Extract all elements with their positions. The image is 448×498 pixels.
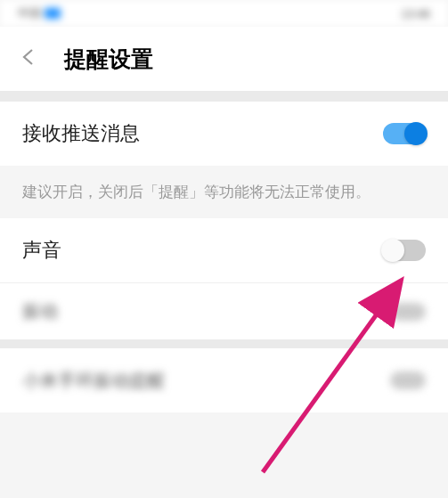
section-divider <box>0 91 448 102</box>
push-notifications-toggle[interactable] <box>383 123 426 144</box>
status-bar: 中国 13:46 <box>0 0 448 27</box>
toggle-knob <box>381 239 404 262</box>
push-notifications-label: 接收推送消息 <box>22 120 140 147</box>
time-text: 13:46 <box>401 7 430 20</box>
page-title: 提醒设置 <box>64 45 153 74</box>
status-left: 中国 <box>18 5 61 21</box>
blurred-setting-row: 小米手环振动提醒 <box>0 348 448 412</box>
carrier-text: 中国 <box>18 5 41 21</box>
signal-icon <box>45 8 61 19</box>
blurred-setting-label: 小米手环振动提醒 <box>22 369 165 393</box>
back-icon[interactable] <box>18 46 39 72</box>
sound-toggle[interactable] <box>383 240 426 261</box>
vibration-label: 振动 <box>22 299 58 323</box>
vibration-toggle[interactable] <box>390 303 426 321</box>
sound-row: 声音 <box>0 218 448 282</box>
vibration-row: 振动 <box>0 282 448 339</box>
push-notifications-row: 接收推送消息 <box>0 102 448 166</box>
header: 提醒设置 <box>0 27 448 91</box>
status-right: 13:46 <box>401 7 430 20</box>
blurred-setting-toggle[interactable] <box>390 371 426 389</box>
sound-label: 声音 <box>22 237 61 264</box>
section-divider <box>0 339 448 348</box>
toggle-knob <box>404 122 428 145</box>
push-notifications-hint: 建议开启，关闭后「提醒」等功能将无法正常使用。 <box>0 166 448 218</box>
